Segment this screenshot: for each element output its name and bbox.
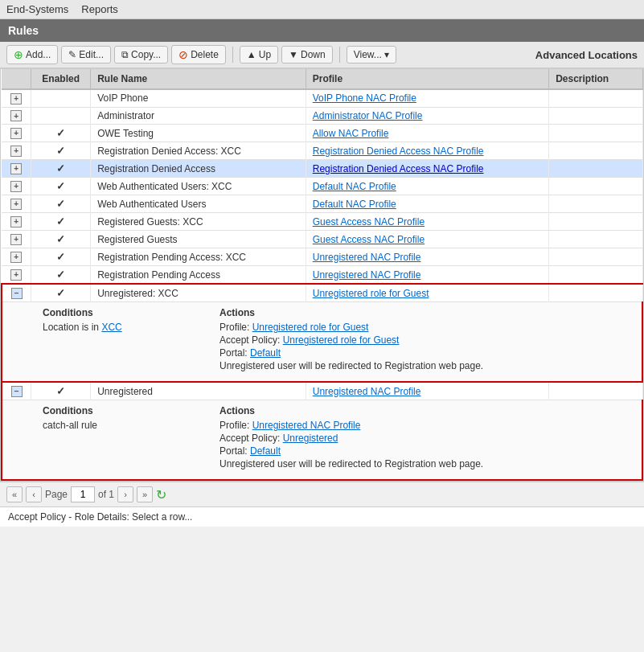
status-bar: Accept Policy - Role Details: Select a r… bbox=[0, 506, 644, 527]
profile-link[interactable]: Registration Denied Access NAC Profile bbox=[313, 163, 484, 174]
profile-cell: Administrator NAC Profile bbox=[306, 107, 548, 125]
profile-link[interactable]: VoIP Phone NAC Profile bbox=[313, 92, 416, 104]
expand-icon[interactable]: + bbox=[10, 216, 22, 228]
detail-row: Conditionscatch-all rule ActionsProfile:… bbox=[2, 400, 642, 481]
expand-cell[interactable]: + bbox=[2, 160, 31, 178]
table-row[interactable]: + ✓ Registration Pending Access Unregist… bbox=[2, 266, 642, 285]
expand-cell[interactable]: + bbox=[2, 213, 31, 231]
expand-icon[interactable]: + bbox=[10, 110, 22, 121]
expand-cell[interactable]: + bbox=[2, 231, 31, 248]
profile-link[interactable]: Unregistered NAC Profile bbox=[313, 269, 421, 281]
description-cell bbox=[549, 213, 642, 231]
profile-cell: Allow NAC Profile bbox=[306, 125, 548, 142]
table-row[interactable]: + Administrator Administrator NAC Profil… bbox=[2, 107, 642, 125]
expand-icon[interactable]: + bbox=[10, 199, 22, 210]
action-link[interactable]: Default bbox=[250, 347, 281, 359]
profile-link[interactable]: Guest Access NAC Profile bbox=[313, 234, 425, 245]
col-enabled: Enabled bbox=[31, 69, 91, 89]
last-page-button[interactable]: » bbox=[137, 486, 153, 502]
table-row[interactable]: + ✓ Registered Guests: XCC Guest Access … bbox=[2, 213, 642, 231]
expand-icon[interactable]: + bbox=[10, 252, 22, 263]
action-item: Accept Policy: Unregistered role for Gue… bbox=[219, 334, 635, 346]
table-row[interactable]: − ✓ Unregistered Unregistered NAC Profil… bbox=[2, 382, 642, 400]
down-button[interactable]: ▼ Down bbox=[281, 46, 333, 64]
condition-link[interactable]: XCC bbox=[101, 322, 121, 333]
expand-cell[interactable]: + bbox=[2, 266, 31, 285]
menu-end-systems[interactable]: End-Systems bbox=[6, 3, 68, 15]
profile-link[interactable]: Unregistered role for Guest bbox=[313, 288, 429, 299]
check-mark: ✓ bbox=[56, 162, 65, 174]
profile-cell: Registration Denied Access NAC Profile bbox=[306, 142, 548, 160]
expand-cell[interactable]: + bbox=[2, 142, 31, 160]
action-item: Unregistered user will be redirected to … bbox=[219, 360, 635, 371]
action-link[interactable]: Unregistered bbox=[283, 433, 338, 444]
condition-item: catch-all rule bbox=[43, 420, 203, 431]
expand-cell[interactable]: + bbox=[2, 89, 31, 107]
action-link[interactable]: Unregistered role for Guest bbox=[252, 322, 369, 333]
prev-page-button[interactable]: ‹ bbox=[26, 486, 42, 502]
rule-name-cell: OWE Testing bbox=[91, 125, 306, 142]
action-link[interactable]: Unregistered role for Guest bbox=[283, 334, 400, 346]
profile-link[interactable]: Default NAC Profile bbox=[313, 181, 396, 192]
expand-icon[interactable]: + bbox=[10, 128, 22, 139]
conditions-column: ConditionsLocation is in XCC bbox=[43, 307, 203, 373]
table-row[interactable]: + ✓ Web Authenticated Users: XCC Default… bbox=[2, 178, 642, 195]
view-dropdown-icon: ▾ bbox=[384, 49, 389, 60]
table-row[interactable]: − ✓ Unregistered: XCC Unregistered role … bbox=[2, 284, 642, 302]
expand-icon[interactable]: + bbox=[10, 234, 22, 245]
page-input[interactable] bbox=[71, 486, 95, 502]
actions-column: ActionsProfile: Unregistered role for Gu… bbox=[219, 307, 635, 373]
expand-cell[interactable]: − bbox=[2, 382, 31, 400]
conditions-actions-container: ConditionsLocation is in XCC ActionsProf… bbox=[43, 307, 635, 373]
expand-icon[interactable]: + bbox=[10, 93, 22, 105]
next-page-button[interactable]: › bbox=[117, 486, 133, 502]
profile-link[interactable]: Registration Denied Access NAC Profile bbox=[313, 146, 484, 157]
expand-cell[interactable]: − bbox=[2, 284, 31, 302]
add-button[interactable]: ⊕ Add... bbox=[6, 45, 58, 64]
description-cell bbox=[549, 266, 642, 285]
enabled-cell: ✓ bbox=[31, 248, 91, 266]
enabled-cell: ✓ bbox=[31, 142, 91, 160]
profile-link[interactable]: Unregistered NAC Profile bbox=[313, 252, 421, 263]
profile-link[interactable]: Guest Access NAC Profile bbox=[313, 216, 425, 228]
expand-cell[interactable]: + bbox=[2, 125, 31, 142]
first-page-button[interactable]: « bbox=[6, 486, 23, 502]
copy-button[interactable]: ⧉ Copy... bbox=[114, 46, 168, 64]
table-row[interactable]: + ✓ OWE Testing Allow NAC Profile bbox=[2, 125, 642, 142]
expand-cell[interactable]: + bbox=[2, 195, 31, 213]
action-link[interactable]: Default bbox=[250, 445, 281, 457]
profile-link[interactable]: Default NAC Profile bbox=[313, 199, 396, 210]
table-row[interactable]: + ✓ Registration Denied Access: XCC Regi… bbox=[2, 142, 642, 160]
rules-header: Rules bbox=[0, 19, 644, 42]
expand-icon[interactable]: + bbox=[10, 269, 22, 281]
expand-cell[interactable]: + bbox=[2, 248, 31, 266]
action-link[interactable]: Unregistered NAC Profile bbox=[252, 420, 361, 431]
expand-icon[interactable]: + bbox=[10, 163, 22, 174]
description-cell bbox=[549, 284, 642, 302]
table-row[interactable]: + ✓ Registration Pending Access: XCC Unr… bbox=[2, 248, 642, 266]
table-row[interactable]: + ✓ Registered Guests Guest Access NAC P… bbox=[2, 231, 642, 248]
profile-link[interactable]: Administrator NAC Profile bbox=[313, 110, 423, 121]
action-item: Portal: Default bbox=[219, 445, 635, 457]
check-mark: ✓ bbox=[56, 385, 65, 397]
expand-icon[interactable]: − bbox=[11, 386, 23, 397]
table-row[interactable]: + ✓ Registration Denied Access Registrat… bbox=[2, 160, 642, 178]
table-scroll-area[interactable]: Enabled Rule Name Profile Description + … bbox=[1, 69, 643, 481]
table-row[interactable]: + ✓ Web Authenticated Users Default NAC … bbox=[2, 195, 642, 213]
expand-icon[interactable]: + bbox=[10, 181, 22, 192]
menu-reports[interactable]: Reports bbox=[81, 3, 118, 15]
table-row[interactable]: + VoIP Phone VoIP Phone NAC Profile bbox=[2, 89, 642, 107]
delete-button[interactable]: ⊘ Delete bbox=[171, 45, 226, 64]
expand-icon[interactable]: − bbox=[11, 288, 23, 299]
up-button[interactable]: ▲ Up bbox=[240, 46, 278, 64]
enabled-cell: ✓ bbox=[31, 382, 91, 400]
profile-link[interactable]: Allow NAC Profile bbox=[313, 128, 389, 139]
expand-cell[interactable]: + bbox=[2, 178, 31, 195]
view-button[interactable]: View... ▾ bbox=[347, 46, 396, 64]
profile-link[interactable]: Unregistered NAC Profile bbox=[313, 386, 421, 397]
expand-icon[interactable]: + bbox=[10, 146, 22, 157]
refresh-button[interactable]: ↻ bbox=[156, 487, 166, 502]
edit-icon: ✎ bbox=[68, 49, 76, 60]
edit-button[interactable]: ✎ Edit... bbox=[61, 46, 111, 64]
expand-cell[interactable]: + bbox=[2, 107, 31, 125]
